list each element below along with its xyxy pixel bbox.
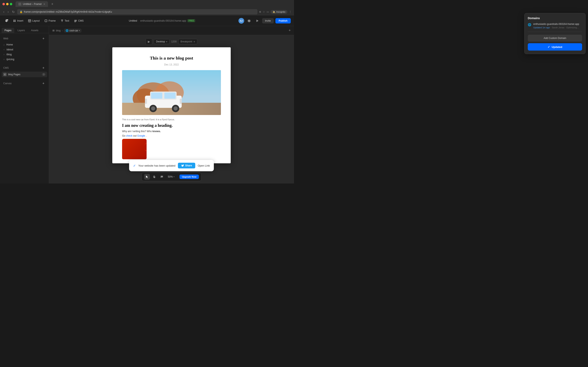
address-bar: ‹ › ↻ 🔒 framer.com/projects/Untitled--mZ… (0, 8, 294, 16)
svg-rect-8 (74, 20, 77, 20)
add-page-button[interactable]: + (42, 36, 45, 41)
page-icon-blog: ○ (3, 53, 5, 56)
svg-marker-11 (256, 20, 259, 22)
page-home[interactable]: ⌂ Home (2, 42, 47, 47)
page-about[interactable]: ○ /about (2, 47, 47, 52)
comment-tool-button[interactable] (159, 174, 164, 180)
page-pricing-label: /pricing (6, 58, 14, 61)
page-pricing[interactable]: ○ /pricing (2, 57, 47, 62)
tab-assets[interactable]: Assets (28, 28, 41, 33)
upgrade-now-button[interactable]: Upgrade Now (180, 175, 199, 179)
maximize-dot[interactable] (10, 3, 12, 5)
open-link-button[interactable]: Open Link (198, 164, 210, 167)
sidebar-icon[interactable]: ▭ (267, 10, 269, 13)
forward-button[interactable]: › (7, 9, 9, 15)
home-icon: ⌂ (3, 43, 5, 46)
page-blog[interactable]: ○ /blog (2, 52, 47, 57)
insert-label: Insert (17, 19, 23, 22)
back-button[interactable]: ‹ (2, 9, 5, 15)
notification-bar: ✓ Your website has been updated Share Op… (129, 160, 214, 171)
comment-icon (160, 175, 163, 178)
hand-tool-button[interactable] (151, 174, 157, 180)
user-avatar[interactable]: SJ (238, 18, 244, 24)
play-preview-button[interactable]: ▶ (146, 38, 152, 45)
svg-rect-0 (13, 20, 14, 21)
browser-tab[interactable]: Untitled – Framer × (16, 1, 48, 7)
page-icon-pricing: ○ (3, 58, 5, 61)
svg-point-25 (151, 106, 155, 110)
frame-label: Frame (49, 19, 56, 22)
add-page-canvas-button[interactable]: + (288, 28, 291, 33)
cms-button[interactable]: CMS (72, 18, 86, 24)
frame-icon (44, 19, 47, 22)
refresh-button[interactable]: ↻ (11, 9, 16, 15)
layout-icon (28, 19, 31, 22)
tab-pages[interactable]: Pages (2, 28, 14, 33)
tab-layers[interactable]: Layers (15, 28, 28, 33)
insert-button[interactable]: Insert (11, 18, 25, 24)
text-button[interactable]: Text (59, 18, 71, 24)
hand-icon (153, 175, 156, 178)
breadcrumb-current-page[interactable]: 🌐 cool-car ▾ (64, 29, 82, 33)
frame-button[interactable]: Frame (43, 18, 58, 24)
browser-chrome: Untitled – Framer × + (0, 0, 294, 8)
svg-rect-29 (180, 99, 182, 104)
google-link[interactable]: Google (137, 134, 145, 137)
blog-body-text: Why am I writing this? Who knows. (122, 130, 221, 133)
close-dot[interactable] (2, 3, 5, 5)
share-button[interactable]: Share (178, 163, 195, 168)
tab-close-button[interactable]: × (43, 2, 45, 6)
cms-section-header: CMS + (2, 65, 47, 71)
breadcrumb-blog[interactable]: blog (56, 29, 61, 32)
web-section-title: Web (3, 37, 8, 40)
svg-rect-2 (13, 21, 14, 22)
extensions-icon[interactable]: ⊕ (259, 10, 261, 13)
cms-label: CMS (78, 19, 84, 22)
new-tab-button[interactable]: + (50, 2, 55, 6)
layout-button[interactable]: Layout (26, 18, 42, 24)
tab-favicon (18, 3, 21, 6)
url-bar[interactable]: 🔒 framer.com/projects/Untitled--mZ98oDWa… (17, 9, 258, 15)
zoom-level: 50% (168, 175, 173, 178)
left-sidebar: Pages Layers Assets Web + ⌂ Home (0, 26, 49, 184)
check-link[interactable]: check (126, 134, 132, 137)
svg-rect-23 (164, 92, 176, 99)
web-section: Web + ⌂ Home ○ /about ○ /blog ○ /prici (2, 36, 47, 62)
viewport-selector[interactable]: Desktop ▾ (154, 39, 169, 44)
svg-rect-12 (52, 30, 54, 30)
breakpoint-button[interactable]: Breakpoint + (178, 39, 198, 44)
globe-icon: 🌐 (66, 29, 69, 32)
breadcrumb: blog › 🌐 cool-car ▾ (52, 29, 81, 33)
framer-logo-button[interactable] (3, 18, 10, 24)
page-content: This is a new blog post Dec 13, 2022 (112, 47, 231, 163)
zoom-selector[interactable]: 50% ▾ (166, 175, 176, 179)
canvas-toolbar: blog › 🌐 cool-car ▾ + (49, 26, 294, 35)
settings-button[interactable] (246, 17, 252, 24)
go-span: Go (122, 134, 126, 137)
minimize-dot[interactable] (6, 3, 9, 5)
svg-marker-30 (146, 175, 148, 178)
page-blog-label: /blog (6, 53, 12, 56)
canvas-main[interactable]: ▶ Desktop ▾ 1200 Breakpoint + This is a … (49, 35, 294, 184)
cms-blog-pages[interactable]: ≡ blog Pages 3 (2, 72, 47, 77)
toolbar-center: Untitled · enthusiastic-guardrails-09316… (86, 19, 238, 22)
sidebar-tabs: Pages Layers Assets (0, 26, 49, 33)
text-icon (61, 19, 63, 22)
publish-button[interactable]: Publish (276, 18, 291, 24)
preview-button[interactable] (254, 17, 260, 24)
svg-rect-28 (145, 99, 147, 104)
incognito-label: Incognito (276, 11, 285, 13)
layout-label: Layout (32, 19, 40, 22)
add-cms-button[interactable]: + (42, 66, 45, 70)
add-canvas-button[interactable]: + (42, 81, 45, 85)
app-toolbar: Insert Layout Frame Text CMS Untitled · … (0, 16, 294, 26)
invite-button[interactable]: Invite (262, 18, 274, 24)
menu-icon[interactable]: ⋮ (289, 10, 292, 13)
canvas-section: Canvas + (2, 81, 47, 86)
bookmark-icon[interactable]: ☆ (263, 10, 265, 13)
svg-rect-3 (15, 21, 16, 22)
select-tool-button[interactable] (144, 174, 150, 180)
car-image-svg (122, 70, 221, 115)
incognito-button[interactable]: 🕵 Incognito (270, 10, 287, 14)
svg-rect-14 (52, 31, 54, 31)
